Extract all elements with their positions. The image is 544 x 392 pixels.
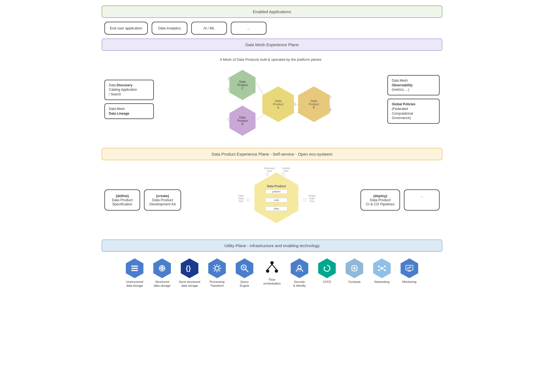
app-tile-end-user: End user application: [104, 22, 148, 35]
compute-icon: [346, 258, 363, 278]
processing-label: ProcessingTransform: [210, 280, 224, 288]
dp-left-panel: (define)Data ProductSpecification (creat…: [104, 189, 192, 211]
input-port-label: InputDataPort: [235, 194, 247, 203]
app-tile-ai-ml: AI / ML: [191, 22, 227, 35]
svg-point-12: [266, 173, 269, 175]
query-label: QueryEngine: [240, 280, 249, 288]
observability-box: Data MeshObservability(metrics, ...): [387, 75, 440, 95]
dp-hex-diagram: DiscoveryPort ControlPort InputDataPort …: [234, 167, 319, 233]
icon-processing: ProcessingTransform: [205, 258, 229, 288]
global-policies-box: Global Policies(FederatedComputationalGo…: [387, 99, 440, 124]
flow-icon: [263, 258, 281, 276]
networking-icon: [373, 258, 391, 278]
svg-rect-16: [131, 266, 138, 267]
query-icon: [236, 258, 253, 278]
svg-point-37: [270, 261, 274, 264]
structured-label: Structureddata storage: [154, 280, 170, 288]
svg-line-40: [268, 264, 272, 269]
dp-center-diagram: DiscoveryPort ControlPort InputDataPort …: [198, 167, 355, 233]
hex-product-c: DataProductC: [229, 70, 256, 100]
structured-icon: [153, 258, 171, 278]
dp-experience-plane-header: Data Product Experience Plane - Self-ser…: [102, 148, 442, 160]
icon-unstructured: Unstructureddata storage: [122, 258, 147, 288]
hex-product-a: DataProductA: [262, 86, 294, 122]
lineage-box: Data MeshData Lineage: [104, 103, 154, 119]
semi-structured-label: Semi-structureddata storage: [179, 280, 200, 288]
cicd-icon: [318, 258, 336, 278]
unstructured-label: Unstructureddata storage: [126, 280, 143, 288]
svg-point-13: [282, 173, 285, 175]
mesh-center-diagram: A Mesh of Data Products built & operated…: [159, 57, 382, 141]
svg-point-39: [275, 269, 278, 273]
icon-query: QueryEngine: [232, 258, 257, 288]
compute-label: Compute: [348, 280, 361, 284]
svg-rect-18: [131, 270, 138, 271]
security-label: Security& Identity: [293, 280, 306, 288]
processing-icon: [208, 258, 226, 278]
svg-line-41: [272, 264, 276, 269]
icon-networking: Networking: [370, 258, 394, 284]
svg-point-49: [353, 267, 356, 269]
dp-right-panel: (deploy)Data ProductCI & CD Pipelines ..…: [360, 189, 440, 211]
mesh-center-title: A Mesh of Data Products built & operated…: [220, 57, 321, 62]
icon-semi-structured: {} Semi-structureddata storage: [177, 258, 202, 288]
app-tile-dots: ...: [231, 22, 267, 35]
mesh-right-panel: Data MeshObservability(metrics, ...) Glo…: [387, 75, 440, 124]
svg-text:{}: {}: [186, 264, 191, 272]
svg-line-31: [219, 265, 220, 267]
monitoring-label: Monitoring: [402, 280, 416, 284]
icon-flow: Floworchestration: [260, 258, 284, 286]
svg-marker-43: [324, 266, 326, 269]
app-tile-data-analytics: Data Analytics: [152, 22, 187, 35]
svg-line-32: [214, 270, 215, 271]
hex-product-b: DataProductB: [298, 86, 330, 122]
dp-dots-box: ...: [404, 189, 440, 211]
networking-label: Networking: [374, 280, 389, 284]
security-icon: [291, 258, 308, 278]
dp-section: (define)Data ProductSpecification (creat…: [102, 164, 442, 236]
data-mesh-section: Data DiscoveryCatalog Application/ Searc…: [102, 55, 442, 144]
hex-product-d: DataProductD: [229, 106, 256, 136]
unstructured-icon: [126, 258, 143, 278]
svg-point-38: [266, 269, 269, 273]
icon-cicd: CI/CD: [315, 258, 339, 284]
experience-plane-header: Data Mesh Experience Plane: [102, 38, 442, 51]
discovery-box: Data DiscoveryCatalog Application/ Searc…: [104, 80, 154, 100]
icon-structured: Structureddata storage: [150, 258, 174, 288]
hex-diagram: DataProductC DataProductD DataProductA D…: [207, 64, 334, 141]
enabled-apps-header: Enabled Applications: [102, 5, 442, 18]
icon-monitoring: Monitoring: [397, 258, 422, 284]
app-tiles-row: End user application Data Analytics AI /…: [102, 22, 442, 35]
deploy-box: (deploy)Data ProductCI & CD Pipelines: [360, 189, 400, 211]
svg-rect-17: [131, 268, 138, 269]
cicd-label: CI/CD: [323, 280, 331, 284]
define-box: (define)Data ProductSpecification: [104, 189, 140, 211]
svg-line-30: [219, 270, 220, 271]
semi-structured-icon: {}: [181, 258, 198, 278]
utility-icons-row: Unstructureddata storage Structureddata …: [102, 256, 442, 291]
mesh-left-panel: Data DiscoveryCatalog Application/ Searc…: [104, 80, 154, 119]
create-box: (create)Data ProductDevelopment Kit: [144, 189, 181, 211]
svg-line-34: [245, 269, 248, 272]
icon-compute: Compute: [342, 258, 367, 284]
data-box: data: [265, 206, 287, 211]
flow-label: Floworchestration: [263, 278, 281, 286]
svg-line-29: [214, 265, 215, 267]
monitoring-icon: [401, 258, 418, 278]
output-port-label: OutputDataPort: [306, 194, 318, 203]
utility-plane-header: Utility Plane - infrastructure and enabl…: [102, 239, 442, 252]
svg-point-14: [247, 198, 249, 201]
policies-box: policies: [265, 189, 287, 194]
icon-security: Security& Identity: [287, 258, 312, 288]
code-box: code: [265, 198, 287, 202]
svg-point-24: [215, 266, 219, 270]
